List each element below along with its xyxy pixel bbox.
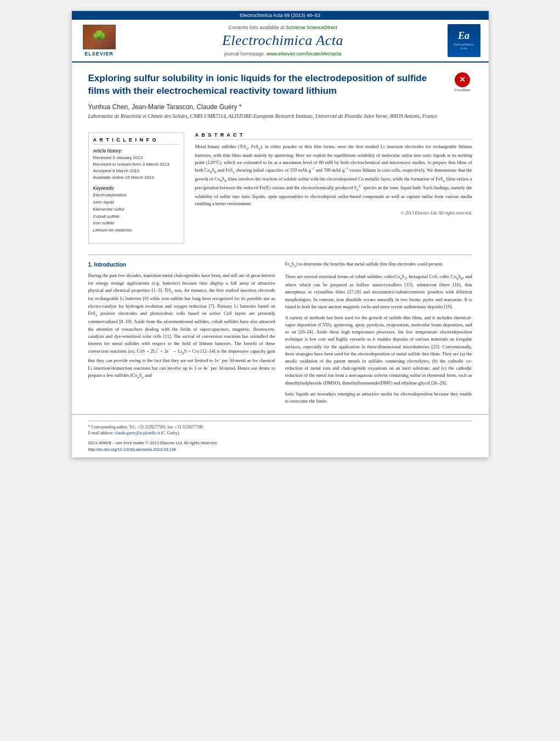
article-title-section: Exploring sulfur solubility in ionic liq… bbox=[72, 63, 489, 132]
footnote-section: * Corresponding author. Tel.: +33 322827… bbox=[88, 421, 472, 437]
footnote-star: * Corresponding author. Tel.: +33 322827… bbox=[88, 424, 472, 430]
elsevier-logo: 🌳 ELSEVIER bbox=[77, 25, 121, 56]
journal-right-logo: Ea ElectrochimicaActa bbox=[445, 24, 483, 57]
intro-para-3: A variety of methods has been used for t… bbox=[285, 314, 472, 387]
history-values: Received 3 January 2013 Received in revi… bbox=[93, 155, 179, 181]
sciverse-line: Contents lists available at SciVerse Sci… bbox=[228, 25, 337, 30]
keyword-1: Electrodeposition bbox=[93, 192, 179, 199]
footnote-email: E-mail address: claude.guery@u-picardie.… bbox=[88, 430, 472, 436]
article-title: Exploring sulfur solubility in ionic liq… bbox=[88, 72, 448, 98]
email-link[interactable]: claude.guery@u-picardie.fr bbox=[115, 431, 160, 435]
section-divider bbox=[88, 254, 472, 255]
tree-icon: 🌳 bbox=[92, 30, 106, 44]
elsevier-brand-text: ELSEVIER bbox=[84, 51, 114, 56]
sciverse-link[interactable]: SciVerse ScienceDirect bbox=[286, 25, 337, 30]
abstract-copyright: © 2013 Elsevier Ltd. All rights reserved… bbox=[195, 211, 472, 216]
article-meta-section: A R T I C L E I N F O Article history: R… bbox=[72, 132, 489, 249]
crossmark-label: CrossMark bbox=[454, 88, 470, 92]
revised-date: Received in revised form 3 March 2013 bbox=[93, 161, 179, 168]
received-date: Received 3 January 2013 bbox=[93, 155, 179, 161]
abstract-heading: A B S T R A C T bbox=[195, 132, 472, 140]
copyright-line: 0013-4686/$ – see front matter © 2013 El… bbox=[88, 440, 472, 446]
intro-para-2: There are several structural forms of co… bbox=[285, 273, 472, 310]
body-col-right: FexSy) to determine the benefits that me… bbox=[285, 261, 472, 409]
intro-para-1: During the past few decades, transition … bbox=[88, 272, 275, 380]
page: Electrochimica Acta 99 (2013) 46–53 🌳 EL… bbox=[72, 11, 489, 457]
article-affiliation: Laboratoire de Réactivité et Chimie des … bbox=[88, 113, 448, 120]
keywords-section: Keywords: Electrodeposition Ionic liquid… bbox=[93, 185, 179, 234]
keyword-2: Ionic liquid bbox=[93, 199, 179, 206]
intro-para-1-cont: FexSy) to determine the benefits that me… bbox=[285, 261, 472, 269]
doi-line: http://dx.doi.org/10.1016/j.electacta.20… bbox=[88, 446, 472, 453]
history-label: Article history: bbox=[93, 148, 179, 154]
accepted-date: Accepted 9 March 2013 bbox=[93, 168, 179, 174]
homepage-prefix: journal homepage: bbox=[224, 51, 267, 56]
doi-link[interactable]: http://dx.doi.org/10.1016/j.electacta.20… bbox=[88, 447, 177, 452]
body-content: 1. Introduction During the past few deca… bbox=[72, 261, 489, 409]
keyword-6: Lithium ion batteries bbox=[93, 227, 179, 234]
article-authors: Yunhua Chen, Jean-Marie Tarascon, Claude… bbox=[88, 103, 448, 111]
keyword-3: Elemental sulfur bbox=[93, 206, 179, 213]
keyword-4: Cobalt sulfide bbox=[93, 213, 179, 220]
intro-para-4: Ionic liquids are nowadays emerging as a… bbox=[285, 391, 472, 405]
elsevier-logo-image: 🌳 bbox=[83, 25, 116, 49]
abstract-column: A B S T R A C T Metal binary sulfides (T… bbox=[195, 132, 472, 244]
keywords-list: Electrodeposition Ionic liquid Elemental… bbox=[93, 192, 179, 234]
article-info-heading: A R T I C L E I N F O bbox=[93, 137, 179, 145]
journal-citation-bar: Electrochimica Acta 99 (2013) 46–53 bbox=[72, 11, 489, 20]
journal-homepage-line: journal homepage: www.elsevier.com/locat… bbox=[224, 51, 342, 56]
keyword-5: Iron sulfide bbox=[93, 220, 179, 227]
intro-heading: 1. Introduction bbox=[88, 261, 275, 269]
elsevier-logo-section: 🌳 ELSEVIER bbox=[77, 24, 121, 57]
article-info-box: A R T I C L E I N F O Article history: R… bbox=[88, 132, 184, 244]
keywords-label: Keywords: bbox=[93, 185, 179, 191]
body-two-col: 1. Introduction During the past few deca… bbox=[88, 261, 472, 409]
journal-title-section: Contents lists available at SciVerse Sci… bbox=[127, 24, 439, 57]
homepage-link[interactable]: www.elsevier.com/locate/electacta bbox=[267, 51, 342, 56]
abstract-box: A B S T R A C T Metal binary sulfides (T… bbox=[195, 132, 472, 216]
abstract-text: Metal binary sulfides (TiS2, FeS2), in e… bbox=[195, 143, 472, 207]
crossmark-badge: ✕ CrossMark bbox=[453, 72, 472, 92]
body-col-left: 1. Introduction During the past few deca… bbox=[88, 261, 275, 409]
page-footer: * Corresponding author. Tel.: +33 322827… bbox=[72, 414, 489, 457]
sciverse-prefix: Contents lists available at bbox=[228, 25, 286, 30]
journal-header: 🌳 ELSEVIER Contents lists available at S… bbox=[72, 20, 489, 63]
journal-title: Electrochimica Acta bbox=[222, 32, 343, 49]
online-date: Available online 16 March 2013 bbox=[93, 174, 179, 181]
copyright-section: 0013-4686/$ – see front matter © 2013 El… bbox=[88, 440, 472, 453]
journal-icon: Ea ElectrochimicaActa bbox=[448, 24, 480, 57]
article-info-column: A R T I C L E I N F O Article history: R… bbox=[88, 132, 184, 244]
crossmark-icon: ✕ bbox=[455, 72, 470, 87]
journal-citation-text: Electrochimica Acta 99 (2013) 46–53 bbox=[240, 13, 320, 18]
article-history-section: Article history: Received 3 January 2013… bbox=[93, 148, 179, 181]
